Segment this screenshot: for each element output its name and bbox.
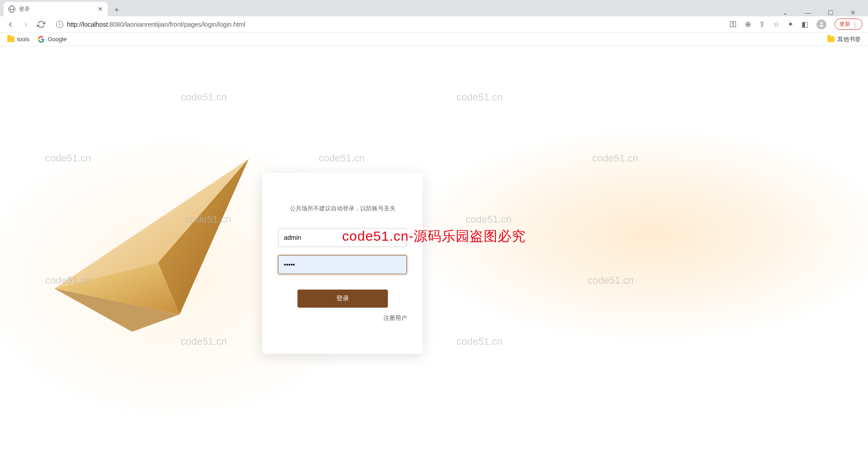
site-info-icon[interactable]: i: [56, 21, 63, 28]
bookmark-star-icon[interactable]: ☆: [773, 20, 779, 29]
login-card: 公共场所不建议自动登录，以防账号丢失 登录 注册用户: [262, 173, 423, 354]
window-controls: ⌄ — ☐ ✕: [778, 9, 868, 16]
tab-title: 登录: [19, 5, 94, 13]
google-icon: [38, 36, 45, 43]
paper-plane-image: [45, 150, 262, 345]
bookmark-bar: tools Google 其他书签: [0, 33, 868, 46]
zoom-icon[interactable]: ⊕: [745, 20, 751, 29]
bookmark-google[interactable]: Google: [38, 36, 66, 43]
back-button[interactable]: [5, 19, 15, 29]
profile-avatar[interactable]: [816, 19, 826, 29]
tab-strip: 登录 ✕ + ⌄ — ☐ ✕: [0, 0, 868, 16]
close-tab-icon[interactable]: ✕: [98, 5, 103, 13]
minimize-icon[interactable]: —: [801, 9, 815, 16]
register-link[interactable]: 注册用户: [278, 314, 407, 322]
close-window-icon[interactable]: ✕: [846, 9, 860, 16]
svg-point-0: [821, 22, 823, 24]
reload-button[interactable]: [36, 19, 46, 29]
browser-tab[interactable]: 登录 ✕: [4, 2, 108, 16]
key-icon[interactable]: ⚿: [730, 20, 737, 29]
chevron-down-icon[interactable]: ⌄: [778, 9, 792, 16]
forward-button[interactable]: [21, 19, 31, 29]
username-input[interactable]: [278, 228, 407, 247]
page-content: code51.cn code51.cn code51.cn code51.cn …: [0, 46, 868, 466]
extensions-icon[interactable]: ✦: [788, 20, 793, 29]
toolbar-right: ⚿ ⊕ ⇪ ☆ ✦ ◧ 更新⋮: [730, 19, 863, 30]
bookmark-tools[interactable]: tools: [7, 36, 29, 43]
login-hint: 公共场所不建议自动登录，以防账号丢失: [278, 204, 407, 213]
folder-icon: [827, 36, 835, 42]
bookmark-other[interactable]: 其他书签: [827, 35, 861, 43]
globe-icon: [8, 5, 15, 13]
address-bar: i http://localhost:8080/laonianrentijian…: [0, 16, 868, 33]
login-button[interactable]: 登录: [297, 290, 388, 308]
update-button[interactable]: 更新⋮: [835, 19, 863, 30]
maximize-icon[interactable]: ☐: [824, 9, 837, 16]
share-icon[interactable]: ⇪: [759, 20, 765, 29]
url-text: http://localhost:8080/laonianrentijian/f…: [67, 21, 245, 28]
new-tab-button[interactable]: +: [110, 4, 123, 16]
password-input[interactable]: [278, 255, 407, 274]
sidepanel-icon[interactable]: ◧: [802, 20, 808, 29]
url-box[interactable]: i http://localhost:8080/laonianrentijian…: [52, 18, 724, 31]
folder-icon: [7, 36, 14, 42]
